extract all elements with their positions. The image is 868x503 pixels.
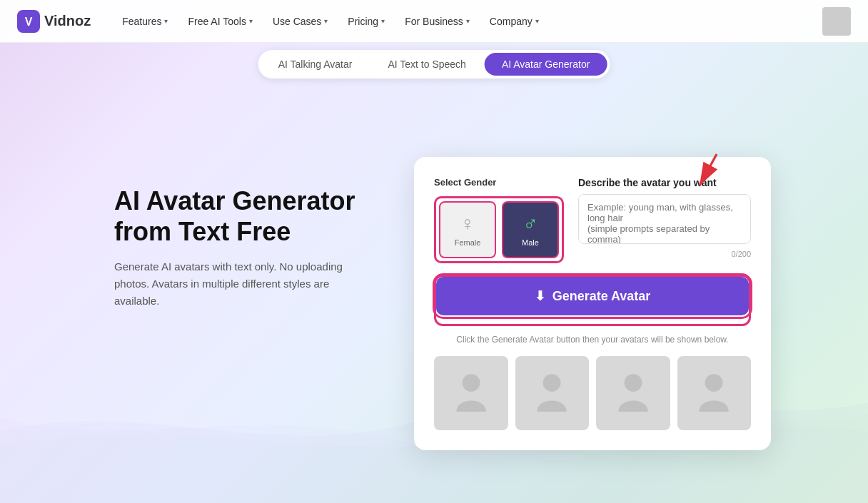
svg-point-7	[705, 374, 723, 392]
main-content: AI Avatar Generator from Text Free Gener…	[0, 43, 868, 479]
generate-hint: Click the Generate Avatar button then yo…	[434, 335, 751, 345]
gender-section: Select Gender ♀ Female ♂ Male	[434, 177, 564, 263]
logo-text: Vidnoz	[44, 13, 91, 29]
chevron-down-icon: ▾	[535, 17, 539, 25]
tab-talking-avatar[interactable]: AI Talking Avatar	[261, 53, 370, 76]
avatar-silhouette-icon	[530, 371, 574, 415]
chevron-down-icon: ▾	[164, 17, 168, 25]
chevron-down-icon: ▾	[324, 17, 328, 25]
avatar-result-4	[677, 356, 752, 430]
tab-text-to-speech[interactable]: AI Text to Speech	[370, 53, 483, 76]
gender-female-button[interactable]: ♀ Female	[439, 201, 496, 258]
generate-button-highlight: ⬇ Generate Avatar	[434, 275, 751, 326]
nav-features[interactable]: Features ▾	[113, 11, 176, 31]
nav-pricing[interactable]: Pricing ▾	[339, 11, 393, 31]
tabs-container: AI Talking Avatar AI Text to Speech AI A…	[258, 50, 610, 78]
red-arrow-indicator	[671, 143, 728, 200]
avatar-silhouette-icon	[692, 371, 736, 415]
logo-icon: V	[17, 10, 40, 33]
logo[interactable]: V Vidnoz	[17, 10, 91, 33]
nav-items: Features ▾ Free AI Tools ▾ Use Cases ▾ P…	[113, 11, 822, 31]
nav-free-ai-tools[interactable]: Free AI Tools ▾	[179, 11, 261, 31]
generate-avatar-button[interactable]: ⬇ Generate Avatar	[436, 277, 749, 315]
female-label: Female	[455, 238, 481, 247]
female-symbol-icon: ♀	[460, 213, 475, 235]
svg-point-6	[624, 374, 642, 392]
svg-text:V: V	[25, 16, 33, 28]
hero-section: AI Avatar Generator from Text Free Gener…	[114, 186, 371, 310]
download-icon: ⬇	[535, 288, 545, 304]
svg-line-3	[700, 154, 717, 186]
panel-card: Select Gender ♀ Female ♂ Male	[414, 157, 771, 450]
avatar-results-grid	[434, 356, 751, 430]
nav-company[interactable]: Company ▾	[481, 11, 547, 31]
hero-title: AI Avatar Generator from Text Free	[114, 186, 371, 247]
gender-options: ♀ Female ♂ Male	[439, 201, 559, 258]
gender-male-button[interactable]: ♂ Male	[502, 201, 559, 258]
avatar-silhouette-icon	[449, 371, 493, 415]
select-gender-label: Select Gender	[434, 177, 564, 188]
male-symbol-icon: ♂	[523, 213, 538, 235]
nav-for-business[interactable]: For Business ▾	[396, 11, 478, 31]
hero-description: Generate AI avatars with text only. No u…	[114, 258, 371, 310]
navbar: V Vidnoz Features ▾ Free AI Tools ▾ Use …	[0, 0, 868, 43]
avatar-silhouette-icon	[611, 371, 655, 415]
gender-highlight-border: ♀ Female ♂ Male	[434, 196, 564, 263]
chevron-down-icon: ▾	[466, 17, 470, 25]
chevron-down-icon: ▾	[381, 17, 385, 25]
char-count: 0/200	[578, 250, 751, 258]
avatar-result-2	[515, 356, 590, 430]
user-avatar[interactable]	[822, 7, 851, 36]
svg-point-4	[462, 374, 480, 392]
svg-point-5	[543, 374, 561, 392]
male-label: Male	[522, 238, 539, 247]
tab-avatar-generator[interactable]: AI Avatar Generator	[485, 53, 607, 76]
avatar-result-3	[596, 356, 670, 430]
nav-use-cases[interactable]: Use Cases ▾	[264, 11, 336, 31]
nav-right	[822, 7, 851, 36]
avatar-result-1	[434, 356, 508, 430]
describe-textarea[interactable]	[578, 194, 751, 244]
chevron-down-icon: ▾	[249, 17, 253, 25]
